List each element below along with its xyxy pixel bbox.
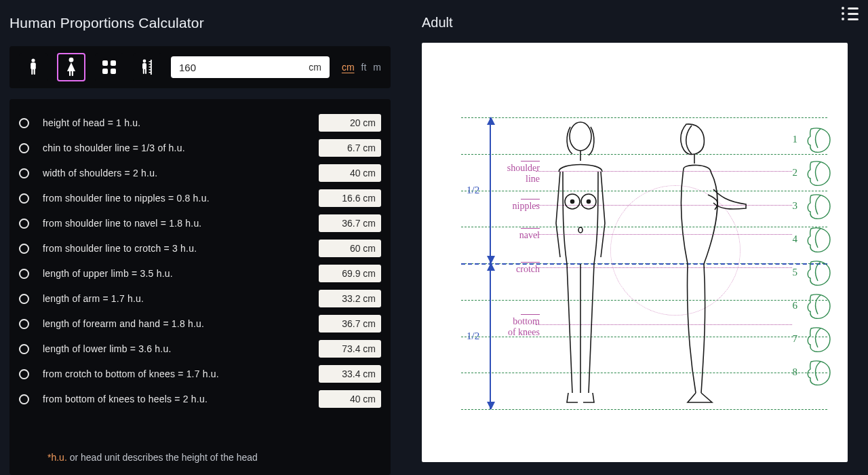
measurement-row: from shoulder line to nipples = 0.8 h.u.… xyxy=(19,189,381,207)
half-label-bottom: 1/2 xyxy=(467,330,479,342)
row-label: from bottom of knees to heels = 2 h.u. xyxy=(43,394,305,404)
height-input-wrap[interactable]: cm xyxy=(171,56,330,78)
svg-rect-1 xyxy=(31,62,36,69)
svg-rect-18 xyxy=(149,66,151,67)
row-label: length of lower limb = 3.6 h.u. xyxy=(43,343,305,354)
figure-title: Adult xyxy=(422,15,857,31)
female-icon xyxy=(64,57,79,77)
svg-point-26 xyxy=(578,227,583,233)
male-button[interactable] xyxy=(19,53,47,81)
grid-button[interactable] xyxy=(95,53,123,81)
head-profile-icon xyxy=(803,258,833,288)
measurement-row: width of shoulders = 2 h.u. 40 cm xyxy=(19,164,381,182)
head-profile-icon xyxy=(803,291,833,321)
measurement-row: from crotch to bottom of knees = 1.7 h.u… xyxy=(19,365,381,383)
measurements-panel: height of head = 1 h.u. 20 cm chin to sh… xyxy=(9,99,391,475)
measurement-row: length of upper limb = 3.5 h.u. 69.9 cm xyxy=(19,265,381,282)
row-radio[interactable] xyxy=(19,218,29,229)
head-number: 2 xyxy=(789,167,797,178)
head-number: 7 xyxy=(789,333,797,345)
row-value: 60 cm xyxy=(319,240,381,257)
front-figure xyxy=(533,121,628,406)
head-number: 1 xyxy=(789,134,797,145)
male-icon xyxy=(28,58,38,76)
svg-rect-5 xyxy=(69,71,71,76)
row-radio[interactable] xyxy=(19,344,29,354)
head-index-row: 2 xyxy=(789,156,833,189)
svg-rect-3 xyxy=(34,69,35,75)
measurement-row: from shoulder line to crotch = 3 h.u. 60… xyxy=(19,240,381,257)
row-radio[interactable] xyxy=(19,244,29,254)
height-mode-button[interactable] xyxy=(133,53,161,81)
svg-rect-10 xyxy=(111,69,116,74)
row-radio[interactable] xyxy=(19,193,29,204)
footnote: *h.u. or head unit describes the height … xyxy=(19,452,381,463)
row-radio[interactable] xyxy=(19,118,29,128)
measurement-row: length of arm = 1.7 h.u. 33.2 cm xyxy=(19,290,381,307)
svg-rect-2 xyxy=(31,69,33,75)
svg-rect-16 xyxy=(149,61,151,62)
head-index-row: 7 xyxy=(789,322,833,356)
figure-canvas: 1/2 1/2 shoulder line nipples navel crot… xyxy=(422,43,848,462)
head-number: 5 xyxy=(789,267,797,278)
row-label: length of arm = 1.7 h.u. xyxy=(43,293,305,304)
row-radio[interactable] xyxy=(19,319,29,329)
unit-ft[interactable]: ft xyxy=(361,62,367,73)
measurement-row: from bottom of knees to heels = 2 h.u. 4… xyxy=(19,390,381,408)
row-label: from shoulder line to navel = 1.8 h.u. xyxy=(43,218,305,229)
row-label: width of shoulders = 2 h.u. xyxy=(43,168,305,178)
height-input[interactable] xyxy=(179,62,309,73)
unit-cm[interactable]: cm xyxy=(342,62,355,73)
svg-rect-6 xyxy=(72,71,73,76)
half-label-top: 1/2 xyxy=(467,185,479,196)
row-value: 20 cm xyxy=(319,114,381,132)
female-button[interactable] xyxy=(57,53,85,81)
svg-point-24 xyxy=(571,200,574,204)
head-profile-icon xyxy=(803,358,833,387)
row-value: 6.7 cm xyxy=(319,139,381,157)
svg-rect-9 xyxy=(102,69,108,74)
head-index-row: 4 xyxy=(789,223,833,256)
row-value: 40 cm xyxy=(319,390,381,408)
row-radio[interactable] xyxy=(19,168,29,178)
head-index-row: 1 xyxy=(789,123,833,156)
row-radio[interactable] xyxy=(19,369,29,379)
measurement-row: length of forearm and hand = 1.8 h.u. 36… xyxy=(19,315,381,332)
svg-rect-19 xyxy=(149,69,151,70)
head-number: 8 xyxy=(789,366,797,378)
row-value: 33.4 cm xyxy=(319,365,381,383)
row-value: 36.7 cm xyxy=(319,214,381,232)
page-title: Human Proportions Calculator xyxy=(9,15,397,31)
measurement-row: length of lower limb = 3.6 h.u. 73.4 cm xyxy=(19,340,381,358)
row-value: 33.2 cm xyxy=(319,290,381,307)
svg-rect-14 xyxy=(145,69,146,74)
row-radio[interactable] xyxy=(19,269,29,279)
row-radio[interactable] xyxy=(19,143,29,153)
head-number: 3 xyxy=(789,200,797,212)
row-radio[interactable] xyxy=(19,394,29,404)
row-value: 73.4 cm xyxy=(319,340,381,358)
side-figure xyxy=(647,121,749,406)
height-suffix: cm xyxy=(309,62,321,73)
list-icon xyxy=(842,7,859,20)
row-value: 16.6 cm xyxy=(319,189,381,207)
svg-point-21 xyxy=(570,122,591,151)
svg-rect-15 xyxy=(151,60,152,75)
row-radio[interactable] xyxy=(19,294,29,304)
head-number: 4 xyxy=(789,233,797,245)
head-profile-icon xyxy=(803,191,833,221)
unit-switcher: cm ft m xyxy=(339,62,381,73)
row-value: 36.7 cm xyxy=(319,315,381,332)
row-value: 40 cm xyxy=(319,164,381,182)
head-index-row: 6 xyxy=(789,289,833,322)
head-profile-icon xyxy=(803,324,833,354)
head-index-row: 8 xyxy=(789,356,833,389)
row-label: chin to shoulder line = 1/3 of h.u. xyxy=(43,142,305,153)
measurement-row: from shoulder line to navel = 1.8 h.u. 3… xyxy=(19,214,381,232)
row-label: height of head = 1 h.u. xyxy=(43,117,305,128)
unit-m[interactable]: m xyxy=(373,62,381,73)
svg-point-4 xyxy=(69,58,74,62)
head-index-row: 5 xyxy=(789,256,833,289)
menu-button[interactable] xyxy=(842,7,859,20)
svg-rect-20 xyxy=(149,72,151,73)
